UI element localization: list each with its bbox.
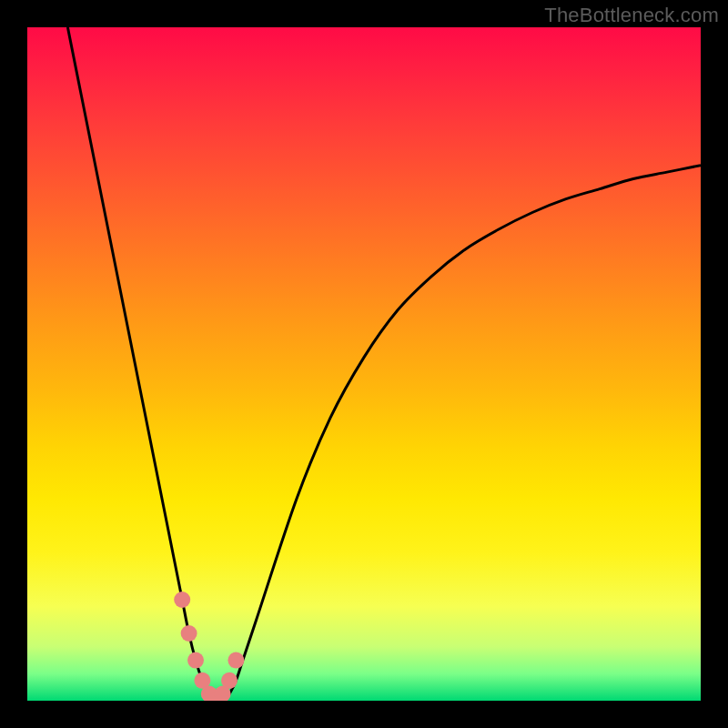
watermark-text: TheBottleneck.com [544,4,719,27]
bottleneck-curve-path [67,27,701,701]
plot-area [27,27,701,701]
chart-frame: TheBottleneck.com [0,0,728,728]
highlight-dot [174,592,190,608]
curve-layer [27,27,701,701]
highlight-dot [181,625,197,642]
highlight-dot [221,672,238,689]
highlight-dot [187,652,204,669]
highlight-dot [228,652,244,669]
bottleneck-curve [67,27,701,701]
